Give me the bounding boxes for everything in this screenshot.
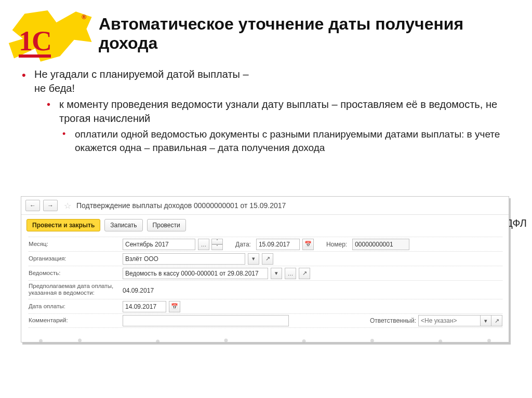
paydate-input[interactable]: 14.09.2017 (123, 301, 166, 312)
nav-forward-button[interactable]: → (43, 200, 58, 211)
row-organization: Организация: Взлёт ООО ▾ ↗ (29, 251, 502, 266)
registered-icon: ® (82, 13, 86, 21)
logo-text: 1С (19, 30, 51, 58)
vedomost-input[interactable]: Ведомость в кассу 0000-000001 от 29.08.2… (123, 268, 268, 279)
vedomost-open-icon[interactable]: ↗ (299, 268, 310, 279)
comment-input[interactable] (123, 315, 289, 326)
organization-dropdown-icon[interactable]: ▾ (248, 253, 259, 265)
post-and-close-button[interactable]: Провести и закрыть (26, 219, 100, 231)
date-label: Дата: (235, 241, 251, 248)
row-expected-date: Предполагаемая дата оплаты, указанная в … (29, 280, 502, 299)
organization-open-icon[interactable]: ↗ (262, 253, 273, 265)
toolbar: Провести и закрыть Записать Провести (21, 215, 509, 236)
bullet-content: Не угадали с планируемой датой выплаты –… (21, 67, 516, 156)
form-body: Месяц: Сентябрь 2017 … ˄ ˅ Дата: 15.09.2… (21, 236, 509, 331)
slide-title: Автоматическое уточнение даты получения … (99, 15, 511, 53)
row-vedomost: Ведомость: Ведомость в кассу 0000-000001… (29, 266, 502, 280)
organization-input[interactable]: Взлёт ООО (123, 253, 245, 265)
responsible-open-icon[interactable]: ↗ (491, 315, 502, 326)
bullet-1-line1: Не угадали с планируемой датой выплаты – (34, 68, 249, 80)
save-button[interactable]: Записать (104, 219, 142, 231)
paydate-label: Дата оплаты: (29, 303, 119, 310)
torn-edge-decoration (21, 338, 509, 344)
form-window: ← → ☆ Подтверждение выплаты доходов 0000… (21, 196, 509, 342)
row-comment: Комментарий: Ответственный: <Не указан> … (29, 313, 502, 328)
organization-label: Организация: (29, 255, 119, 262)
nav-back-button[interactable]: ← (25, 200, 40, 211)
post-button[interactable]: Провести (147, 219, 186, 231)
vedomost-dropdown-icon[interactable]: ▾ (271, 268, 282, 279)
month-spin-up[interactable]: ˄ (211, 239, 223, 244)
bullet-3: оплатили одной ведомостью документы с ра… (62, 128, 516, 154)
expected-date-value: 04.09.2017 (123, 286, 154, 294)
responsible-input[interactable]: <Не указан> (418, 315, 481, 326)
responsible-dropdown-icon[interactable]: ▾ (480, 315, 491, 326)
responsible-label: Ответственный: (370, 317, 416, 324)
logo: 1С ® (5, 9, 94, 64)
number-label: Номер: (326, 241, 347, 248)
vedomost-ellipsis-button[interactable]: … (285, 268, 296, 279)
window-title: Подтверждение выплаты доходов 0000000000… (76, 201, 286, 210)
month-input[interactable]: Сентябрь 2017 (123, 239, 195, 250)
row-pay-date: Дата оплаты: 14.09.2017 📅 (29, 299, 502, 313)
month-spin-down[interactable]: ˅ (211, 244, 223, 250)
expected-date-label: Предполагаемая дата оплаты, указанная в … (29, 282, 119, 296)
paydate-calendar-icon[interactable]: 📅 (169, 301, 180, 312)
month-label: Месяц: (29, 241, 119, 248)
date-calendar-icon[interactable]: 📅 (302, 239, 314, 250)
date-input[interactable]: 15.09.2017 (256, 239, 300, 250)
titlebar: ← → ☆ Подтверждение выплаты доходов 0000… (21, 197, 509, 215)
bullet-1-line2: не беда! (34, 83, 75, 94)
row-month: Месяц: Сентябрь 2017 … ˄ ˅ Дата: 15.09.2… (29, 237, 502, 251)
month-ellipsis-button[interactable]: … (198, 239, 209, 250)
favorite-star-icon[interactable]: ☆ (64, 201, 71, 211)
comment-label: Комментарий: (29, 317, 119, 324)
number-input[interactable]: 00000000001 (352, 239, 409, 250)
logo-mark: 1С (19, 25, 51, 58)
bullet-1: Не угадали с планируемой датой выплаты –… (21, 67, 516, 154)
bullet-2: к моменту проведения ведомости узнали да… (47, 98, 516, 126)
vedomost-label: Ведомость: (29, 270, 119, 277)
